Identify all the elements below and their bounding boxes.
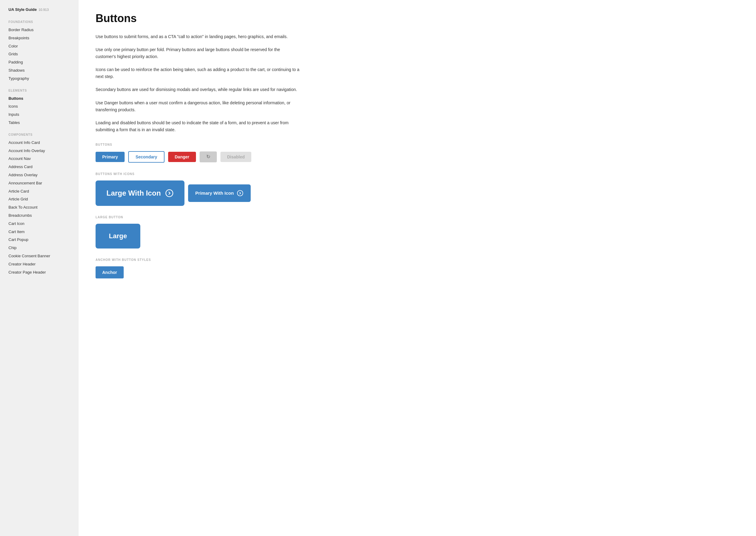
- section-label-components: Components: [9, 133, 70, 136]
- anchor-button[interactable]: Anchor: [95, 266, 124, 279]
- sidebar-item-announcement-bar[interactable]: Announcement Bar: [9, 179, 70, 187]
- large-button-label: Large: [109, 232, 127, 240]
- sidebar-item-address-overlay[interactable]: Address Overlay: [9, 171, 70, 179]
- svg-point-0: [166, 189, 173, 196]
- buttons-row: Primary Secondary Danger ↻ Disabled: [95, 151, 739, 163]
- sidebar-item-article-grid[interactable]: Article Grid: [9, 195, 70, 203]
- description-2: Use only one primary button per fold. Pr…: [95, 46, 301, 60]
- sidebar-item-inputs[interactable]: Inputs: [9, 111, 70, 119]
- sidebar-item-address-card[interactable]: Address Card: [9, 163, 70, 171]
- large-with-icon-label: Large With Icon: [106, 189, 161, 197]
- sidebar-item-creator-page-header[interactable]: Creator Page Header: [9, 268, 70, 277]
- danger-button[interactable]: Danger: [168, 152, 196, 162]
- primary-with-icon-button[interactable]: Primary With Icon: [188, 184, 251, 202]
- description-3: Icons can be used to reinforce the actio…: [95, 66, 301, 80]
- sidebar-item-creator-header[interactable]: Creator Header: [9, 260, 70, 268]
- sidebar-item-breakpoints[interactable]: Breakpoints: [9, 34, 70, 42]
- secondary-button[interactable]: Secondary: [128, 151, 164, 163]
- sidebar-item-account-info-overlay[interactable]: Account Info Overlay: [9, 147, 70, 155]
- svg-point-1: [237, 190, 243, 196]
- app-logo: UA Style Guide 10.913: [9, 7, 70, 12]
- loading-button[interactable]: ↻: [200, 151, 217, 162]
- description-5: Use Danger buttons when a user must conf…: [95, 99, 301, 113]
- sidebar: UA Style Guide 10.913 Foundations Border…: [0, 0, 79, 536]
- sidebar-item-typography[interactable]: Typography: [9, 75, 70, 83]
- sidebar-item-cart-popup[interactable]: Cart Popup: [9, 236, 70, 244]
- main-content: Buttons Use buttons to submit forms, and…: [79, 0, 756, 536]
- sidebar-item-shadows[interactable]: Shadows: [9, 67, 70, 75]
- loading-spinner-icon: ↻: [206, 154, 210, 159]
- sidebar-item-cart-item[interactable]: Cart Item: [9, 228, 70, 236]
- section-label-anchor: Anchor With Button Styles: [95, 258, 739, 261]
- sidebar-item-account-nav[interactable]: Account Nav: [9, 155, 70, 163]
- sidebar-item-tables[interactable]: Tables: [9, 119, 70, 127]
- section-label-buttons-with-icons: Buttons With Icons: [95, 172, 739, 176]
- sidebar-item-icons[interactable]: Icons: [9, 103, 70, 111]
- circle-arrow-right-sm-icon: [237, 190, 243, 196]
- sidebar-item-color[interactable]: Color: [9, 42, 70, 50]
- sidebar-item-article-card[interactable]: Article Card: [9, 187, 70, 196]
- description-4: Secondary buttons are used for dismissin…: [95, 86, 301, 93]
- page-title: Buttons: [95, 12, 739, 25]
- description-6: Loading and disabled buttons should be u…: [95, 119, 301, 133]
- sidebar-item-padding[interactable]: Padding: [9, 58, 70, 67]
- disabled-button: Disabled: [221, 152, 251, 162]
- sidebar-item-grids[interactable]: Grids: [9, 50, 70, 58]
- app-title: UA Style Guide: [9, 7, 37, 12]
- sidebar-item-account-info-card[interactable]: Account Info Card: [9, 139, 70, 147]
- anchor-button-row: Anchor: [95, 266, 739, 279]
- description-1: Use buttons to submit forms, and as a CT…: [95, 33, 301, 40]
- sidebar-item-border-radius[interactable]: Border Radius: [9, 26, 70, 34]
- large-button-row: Large: [95, 224, 739, 249]
- sidebar-item-chip[interactable]: Chip: [9, 244, 70, 252]
- primary-with-icon-label: Primary With Icon: [195, 190, 234, 196]
- circle-arrow-right-icon: [165, 189, 174, 197]
- sidebar-item-cart-icon[interactable]: Cart Icon: [9, 220, 70, 228]
- section-label-foundations: Foundations: [9, 20, 70, 23]
- section-label-elements: Elements: [9, 89, 70, 92]
- anchor-label: Anchor: [102, 270, 117, 275]
- primary-button[interactable]: Primary: [95, 152, 124, 162]
- section-label-large-button: Large Button: [95, 216, 739, 219]
- sidebar-item-back-to-account[interactable]: Back To Account: [9, 203, 70, 212]
- buttons-with-icons-row: Large With Icon Primary With Icon: [95, 181, 739, 206]
- section-label-buttons: Buttons: [95, 143, 739, 146]
- large-with-icon-button[interactable]: Large With Icon: [95, 181, 185, 206]
- large-button[interactable]: Large: [95, 224, 140, 249]
- app-version: 10.913: [38, 8, 49, 12]
- sidebar-item-buttons[interactable]: Buttons: [9, 95, 70, 103]
- sidebar-item-cookie-consent-banner[interactable]: Cookie Consent Banner: [9, 252, 70, 260]
- sidebar-item-breadcrumbs[interactable]: Breadcrumbs: [9, 212, 70, 220]
